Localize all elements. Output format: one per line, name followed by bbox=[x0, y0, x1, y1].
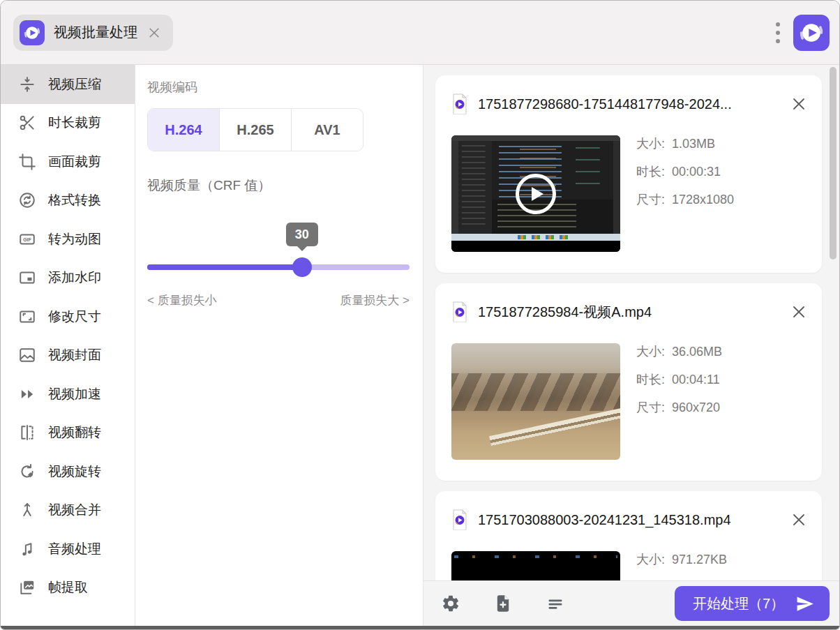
resize-icon bbox=[17, 307, 36, 326]
slider-fill bbox=[147, 264, 302, 270]
file-name: 1751877285984-视频A.mp4 bbox=[478, 303, 780, 322]
sidebar-item-9[interactable]: 视频加速 bbox=[1, 375, 135, 414]
remove-file-icon[interactable] bbox=[790, 511, 808, 529]
sidebar-item-label: 视频旋转 bbox=[48, 463, 101, 481]
size-label: 大小: bbox=[636, 552, 665, 568]
file-duration-row: 时长:00:00:31 bbox=[636, 164, 734, 180]
sidebar-item-13[interactable]: 音频处理 bbox=[1, 530, 135, 569]
file-dimension-row: 尺寸:1728x1080 bbox=[636, 192, 734, 208]
kebab-menu-icon[interactable] bbox=[773, 18, 783, 47]
flip-icon bbox=[17, 423, 36, 442]
duration-label: 时长: bbox=[636, 164, 665, 180]
video-thumbnail[interactable] bbox=[451, 343, 620, 460]
app-logo-icon bbox=[793, 15, 830, 51]
sidebar-item-14[interactable]: 帧提取 bbox=[1, 569, 135, 608]
duration-value: 00:00:31 bbox=[672, 164, 721, 180]
sidebar-item-label: 视频翻转 bbox=[48, 423, 101, 442]
encoding-option-av1[interactable]: AV1 bbox=[291, 109, 363, 151]
size-value: 36.06MB bbox=[672, 344, 722, 360]
sidebar-item-label: 添加水印 bbox=[48, 269, 101, 287]
file-card: 1751877298680-1751448177948-2024... 大小:1… bbox=[435, 75, 822, 273]
sidebar-item-11[interactable]: 视频旋转 bbox=[1, 452, 135, 491]
speed-icon bbox=[17, 384, 36, 403]
dimension-value: 1728x1080 bbox=[672, 192, 734, 208]
file-size-row: 大小:36.06MB bbox=[636, 344, 722, 360]
start-processing-button[interactable]: 开始处理（7） bbox=[675, 586, 830, 621]
sidebar-item-label: 画面裁剪 bbox=[48, 153, 101, 171]
quality-min-label: < 质量损失小 bbox=[147, 292, 217, 308]
file-card: 1751877285984-视频A.mp4 大小:36.06MB时长:00:04… bbox=[435, 283, 822, 481]
remove-file-icon[interactable] bbox=[790, 95, 808, 113]
window-bottom-edge bbox=[1, 626, 839, 629]
file-name: 1751877298680-1751448177948-2024... bbox=[478, 96, 780, 112]
add-file-icon[interactable] bbox=[493, 593, 513, 614]
footer-toolbar: 开始处理（7） bbox=[423, 580, 839, 626]
sidebar-item-3[interactable]: 画面裁剪 bbox=[1, 142, 135, 181]
sidebar-item-label: 帧提取 bbox=[48, 578, 88, 597]
watermark-icon bbox=[17, 269, 36, 287]
sidebar-item-label: 视频合并 bbox=[48, 501, 101, 519]
quality-label: 视频质量（CRF 值） bbox=[147, 177, 411, 195]
merge-icon bbox=[17, 501, 36, 520]
cover-icon bbox=[17, 346, 36, 365]
sidebar-item-7[interactable]: 修改尺寸 bbox=[1, 297, 135, 336]
svg-text:GIF: GIF bbox=[23, 237, 31, 242]
dimension-label: 尺寸: bbox=[636, 400, 665, 416]
encoding-label: 视频编码 bbox=[147, 79, 411, 96]
convert-icon bbox=[17, 191, 36, 210]
file-name: 1751703088003-20241231_145318.mp4 bbox=[478, 512, 780, 528]
compress-icon bbox=[17, 75, 36, 93]
sidebar-item-2[interactable]: 时长裁剪 bbox=[1, 104, 135, 143]
file-duration-row: 时长:00:04:11 bbox=[636, 372, 722, 388]
video-file-icon bbox=[451, 93, 468, 114]
size-label: 大小: bbox=[636, 344, 665, 360]
file-card-header: 1751877298680-1751448177948-2024... bbox=[451, 93, 808, 114]
rotate-icon bbox=[17, 462, 36, 481]
slider-labels: < 质量损失小 质量损失大 > bbox=[147, 292, 410, 308]
sidebar-item-8[interactable]: 视频封面 bbox=[1, 336, 135, 375]
sidebar: 视频压缩 时长裁剪 画面裁剪 格式转换 GIF 转为动图 添加水印 修改尺寸 视… bbox=[1, 65, 135, 626]
crop-icon bbox=[17, 152, 36, 171]
main-content: 视频压缩 时长裁剪 画面裁剪 格式转换 GIF 转为动图 添加水印 修改尺寸 视… bbox=[1, 65, 839, 626]
sidebar-item-6[interactable]: 添加水印 bbox=[1, 259, 135, 298]
scissors-icon bbox=[17, 114, 36, 133]
gif-icon: GIF bbox=[17, 230, 36, 248]
size-value: 971.27KB bbox=[672, 552, 727, 568]
tab-close-icon[interactable] bbox=[147, 25, 162, 40]
file-dimension-row: 尺寸:960x720 bbox=[636, 400, 722, 416]
crf-slider: 30 < 质量损失小 质量损失大 > bbox=[147, 207, 410, 312]
file-card-header: 1751877285984-视频A.mp4 bbox=[451, 301, 808, 322]
slider-value-tooltip: 30 bbox=[286, 223, 318, 246]
video-thumbnail[interactable] bbox=[451, 135, 620, 252]
sidebar-item-label: 视频加速 bbox=[48, 385, 101, 403]
send-icon bbox=[795, 594, 814, 613]
app-play-icon bbox=[20, 20, 45, 45]
sidebar-item-label: 音频处理 bbox=[48, 540, 101, 558]
play-overlay-icon[interactable] bbox=[516, 174, 556, 214]
encoding-option-h264[interactable]: H.264 bbox=[148, 109, 219, 151]
file-card-body: 大小:1.03MB时长:00:00:31尺寸:1728x1080 bbox=[451, 135, 808, 252]
settings-gear-icon[interactable] bbox=[440, 593, 461, 614]
tab-video-batch[interactable]: 视频批量处理 bbox=[13, 15, 173, 51]
dimension-value: 960x720 bbox=[672, 400, 720, 416]
encoding-option-h265[interactable]: H.265 bbox=[219, 109, 291, 151]
file-meta: 大小:1.03MB时长:00:00:31尺寸:1728x1080 bbox=[636, 135, 734, 252]
sidebar-item-5[interactable]: GIF 转为动图 bbox=[1, 220, 135, 259]
sidebar-item-label: 格式转换 bbox=[48, 191, 101, 209]
scrollbar-thumb[interactable] bbox=[830, 67, 837, 260]
remove-file-icon[interactable] bbox=[790, 303, 808, 321]
list-icon[interactable] bbox=[545, 593, 566, 614]
sidebar-item-10[interactable]: 视频翻转 bbox=[1, 414, 135, 453]
topbar: 视频批量处理 bbox=[1, 1, 839, 65]
sidebar-item-4[interactable]: 格式转换 bbox=[1, 181, 135, 220]
encoding-segment: H.264H.265AV1 bbox=[147, 108, 363, 151]
start-processing-label: 开始处理（7） bbox=[693, 594, 784, 613]
sidebar-item-1[interactable]: 视频压缩 bbox=[1, 65, 135, 104]
video-file-icon bbox=[451, 509, 468, 530]
size-value: 1.03MB bbox=[672, 136, 715, 152]
file-card-body: 大小:36.06MB时长:00:04:11尺寸:960x720 bbox=[451, 343, 808, 460]
dimension-label: 尺寸: bbox=[636, 192, 665, 208]
settings-panel: 视频编码 H.264H.265AV1 视频质量（CRF 值） 30 < 质量损失… bbox=[135, 65, 423, 626]
sidebar-item-12[interactable]: 视频合并 bbox=[1, 491, 135, 530]
slider-thumb[interactable] bbox=[292, 257, 312, 277]
